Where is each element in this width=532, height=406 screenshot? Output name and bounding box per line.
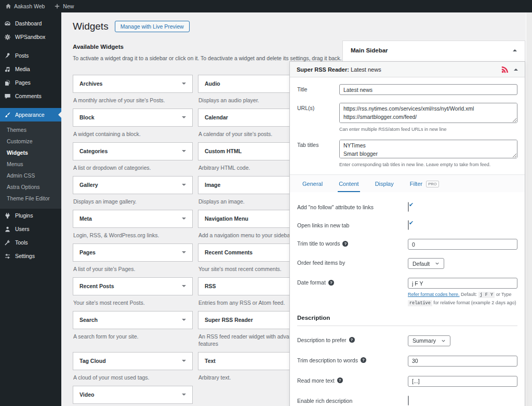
widget-card-title: Gallery	[79, 182, 98, 188]
sidebar-item-posts[interactable]: Posts	[0, 49, 61, 62]
appearance-submenu: ThemesCustomizeWidgetsMenusAdmin CSSAstr…	[0, 121, 61, 209]
order-by-select[interactable]: Default	[408, 258, 444, 269]
sidebar-item-label: Settings	[15, 253, 35, 259]
tab-display[interactable]: Display	[374, 175, 395, 192]
widget-card-header[interactable]: Pages	[73, 243, 193, 262]
desc-prefer-select[interactable]: Summary	[408, 335, 450, 346]
tab-general[interactable]: General	[301, 175, 324, 192]
tab-titles-help-text: Enter corresponding tab titles in new li…	[339, 162, 517, 167]
pages-icon	[4, 79, 11, 86]
sliders-icon	[4, 253, 11, 260]
widget-card-recent-posts: Recent PostsYour site's most recent Post…	[73, 277, 193, 311]
sidebar-item-wpsandbox[interactable]: WPSandbox	[0, 30, 61, 44]
urls-textarea[interactable]	[339, 103, 517, 123]
submenu-item-astra-options[interactable]: Astra Options	[0, 181, 61, 193]
tab-titles-textarea[interactable]	[339, 140, 517, 158]
help-icon[interactable]	[361, 357, 366, 363]
manage-live-preview-button[interactable]: Manage with Live Preview	[115, 21, 190, 32]
sidebar-item-plugins[interactable]: Plugins	[0, 209, 61, 222]
page-scrollbar[interactable]	[526, 12, 532, 406]
widget-card-header[interactable]: Meta	[73, 210, 193, 228]
submenu-item-admin-css[interactable]: Admin CSS	[0, 170, 61, 181]
sidebar-item-dashboard[interactable]: Dashboard	[0, 17, 61, 30]
nofollow-checkbox[interactable]	[408, 202, 409, 212]
widget-card-header[interactable]: Video	[73, 386, 193, 404]
admin-menu: DashboardWPSandboxPostsMediaPagesComment…	[0, 12, 61, 406]
chevron-down-icon[interactable]	[182, 150, 186, 154]
collapse-sidebar-icon[interactable]	[513, 47, 517, 51]
tab-content[interactable]: Content	[338, 175, 360, 192]
sidebar-item-label: Plugins	[15, 212, 33, 219]
sidebar-item-settings[interactable]: Settings	[0, 249, 61, 263]
submenu-item-themes[interactable]: Themes	[0, 124, 61, 136]
help-icon[interactable]	[337, 377, 343, 383]
widget-card-title: Recent Comments	[205, 249, 252, 255]
sidebar-item-label: Pages	[15, 79, 31, 86]
widget-card-title: Custom HTML	[205, 148, 242, 154]
widget-editor-header[interactable]: Super RSS Reader: Latest news	[290, 62, 525, 77]
read-more-input[interactable]	[408, 376, 517, 387]
format-codes-link[interactable]: Refer format codes here.	[408, 292, 460, 297]
sidebar-item-comments[interactable]: Comments	[0, 89, 61, 103]
site-name: Aakash Web	[14, 3, 45, 9]
widget-card-header[interactable]: Categories	[73, 142, 193, 160]
widget-card-title: Super RSS Reader	[205, 317, 253, 323]
date-format-input[interactable]	[408, 278, 517, 289]
plus-icon	[54, 3, 60, 9]
widget-card-description: Login, RSS, & WordPress.org links.	[73, 232, 193, 239]
widget-card-gallery: GalleryDisplays an image gallery.	[73, 176, 193, 210]
widget-card-header[interactable]: Archives	[73, 75, 193, 93]
widget-card-title: Categories	[79, 148, 108, 154]
collapse-widget-icon[interactable]	[514, 66, 518, 71]
user-icon	[4, 226, 11, 233]
sidebar-item-label: Dashboard	[15, 20, 42, 26]
chevron-down-icon[interactable]	[182, 184, 186, 188]
widget-card-header[interactable]: Block	[73, 109, 193, 127]
chevron-down-icon[interactable]	[182, 319, 186, 323]
sidebar-item-pages[interactable]: Pages	[0, 76, 61, 89]
sidebar-item-label: WPSandbox	[15, 34, 45, 40]
widget-card-description: A monthly archive of your site's Posts.	[73, 97, 193, 104]
admin-bar: Aakash Web New	[0, 0, 532, 12]
chevron-down-icon[interactable]	[182, 218, 186, 222]
widget-card-title: Pages	[79, 249, 96, 255]
title-input[interactable]	[339, 84, 517, 95]
widget-card-title: Recent Posts	[79, 283, 114, 289]
widget-card-title: Image	[205, 182, 220, 188]
help-icon[interactable]	[342, 241, 348, 247]
pro-badge: PRO	[426, 181, 438, 187]
widget-card-header[interactable]: Gallery	[73, 176, 193, 194]
trim-desc-input[interactable]	[408, 356, 517, 367]
rich-desc-checkbox[interactable]	[408, 396, 409, 405]
sidebar-item-tools[interactable]: Tools	[0, 236, 61, 249]
chevron-down-icon[interactable]	[182, 116, 186, 120]
trim-title-input[interactable]	[408, 239, 517, 250]
tab-filter[interactable]: Filter PRO	[409, 175, 440, 192]
widget-card-header[interactable]: Search	[73, 311, 193, 329]
relative-code: relative	[408, 300, 432, 306]
widget-card-title: Navigation Menu	[205, 215, 248, 222]
help-icon[interactable]	[328, 280, 334, 286]
widget-card-title: Search	[79, 317, 98, 323]
open-new-tab-checkbox[interactable]	[408, 220, 409, 230]
submenu-item-widgets[interactable]: Widgets	[0, 147, 61, 158]
chevron-down-icon[interactable]	[182, 251, 186, 255]
widget-card-header[interactable]: Tag Cloud	[73, 352, 193, 370]
sidebar-item-label: Users	[15, 226, 29, 232]
submenu-item-theme-file-editor[interactable]: Theme File Editor	[0, 193, 61, 204]
chevron-down-icon[interactable]	[182, 285, 186, 289]
widget-card-header[interactable]: Recent Posts	[73, 277, 193, 295]
main-sidebar-header[interactable]: Main Sidebar	[343, 41, 525, 60]
chevron-down-icon[interactable]	[182, 83, 186, 87]
help-icon[interactable]	[349, 337, 355, 343]
admin-bar-site[interactable]: Aakash Web	[5, 3, 45, 9]
admin-bar-new[interactable]: New	[54, 3, 74, 9]
chevron-down-icon[interactable]	[182, 394, 186, 398]
submenu-item-customize[interactable]: Customize	[0, 136, 61, 147]
sidebar-item-appearance[interactable]: Appearance	[0, 108, 61, 121]
brush-icon	[4, 112, 11, 118]
sidebar-item-users[interactable]: Users	[0, 222, 61, 236]
sidebar-item-media[interactable]: Media	[0, 62, 61, 76]
submenu-item-menus[interactable]: Menus	[0, 158, 61, 170]
chevron-down-icon[interactable]	[182, 360, 186, 364]
